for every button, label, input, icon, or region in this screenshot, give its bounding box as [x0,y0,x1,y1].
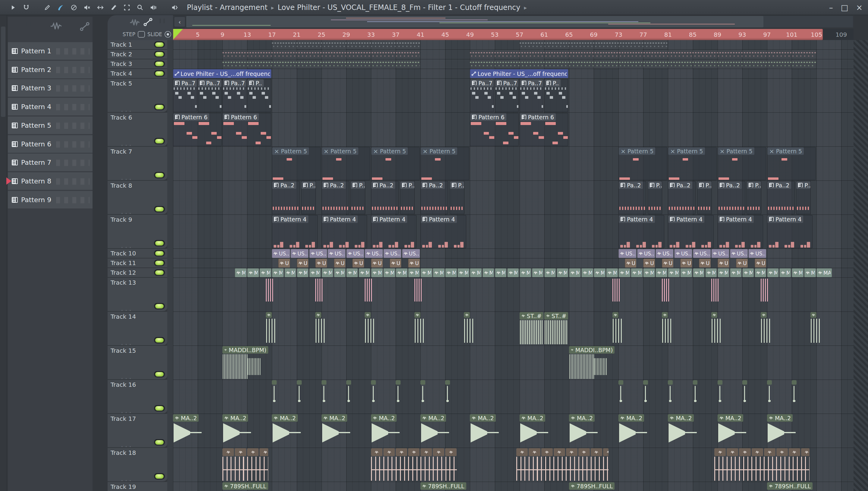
playlist-clip[interactable]: MA..2 [272,414,302,447]
playlist-clip[interactable]: Pa..7 [173,79,197,112]
playlist-clip[interactable]: MADD [557,268,568,277]
playlist-clip[interactable] [315,278,323,311]
playlist-clip[interactable]: MADD [247,268,259,277]
playlist-clip[interactable] [662,312,672,345]
playlist-clip[interactable] [516,448,608,481]
slide-radio[interactable] [165,31,171,38]
playlist-clip[interactable]: MADD [420,268,432,277]
pattern-item[interactable]: Pattern 1 [8,42,92,60]
track-header[interactable]: Track 6... [108,113,167,147]
playlist-clip[interactable]: Pa..2 [371,181,399,214]
playlist-clip[interactable] [761,312,771,345]
playlist-clip[interactable]: MADD [594,268,606,277]
audio-clips-tab-icon[interactable] [129,19,140,27]
playlist-clip[interactable] [272,40,420,49]
track-mute-led[interactable] [154,269,165,276]
playlist-clip[interactable]: Pa..2 [321,181,349,214]
track-mute-led[interactable] [154,250,165,257]
playlist-clip[interactable]: Pattern 4 [718,215,763,248]
playlist-clip[interactable]: P.. [400,181,415,214]
track-options-dots[interactable]: ... [121,141,133,145]
zoom-icon[interactable] [135,2,145,13]
track-header[interactable]: Track 11 [108,258,167,268]
playlist-clip[interactable]: MADD [259,268,271,277]
track-header[interactable]: Track 14... [108,312,167,346]
playlist-clip[interactable] [396,380,400,413]
playlist-clip[interactable]: MADD [643,268,655,277]
playlist-clip[interactable]: Pattern 4 [272,215,317,248]
playlist-clip[interactable]: MADD [457,268,469,277]
playlist-clip[interactable] [711,312,722,345]
playlist-clip[interactable]: ×Pattern 5 [718,147,766,180]
playlist-clip[interactable]: MA..2 [618,414,649,447]
playlist-clip[interactable]: Pa..7 [495,79,519,112]
playlist-clip[interactable]: MADDI..8 F [816,268,832,277]
stretch-icon[interactable] [95,2,106,13]
track-mute-led[interactable] [154,240,165,247]
playlist-clip[interactable]: P.. [697,181,712,214]
maximize-button[interactable]: □ [841,4,848,11]
playlist-lane[interactable] [173,278,853,312]
playlist-clip[interactable]: MADD [433,268,445,277]
track-mute-led[interactable] [154,260,165,266]
playlist-clip[interactable]: MA..2 [420,414,451,447]
playlist-clip[interactable]: P.. [796,181,811,214]
timeline-ruler[interactable]: 5913172125293337414549535761656973778185… [173,29,853,40]
pattern-item[interactable]: Pattern 4 [8,98,92,115]
playlist-clip[interactable]: U.. [662,259,674,267]
playlist-lane[interactable] [173,258,853,268]
track-header[interactable]: Track 8... [108,181,167,215]
playlist-clip[interactable]: US.._E [402,249,420,258]
playlist-clip[interactable]: US.._E [328,249,345,258]
playlist-clip[interactable]: MADD [520,268,531,277]
playlist-clip[interactable]: US.._E [693,249,711,258]
playlist-clip[interactable]: MADD [544,268,556,277]
playlist-clip[interactable]: Pa..7 [198,79,222,112]
playlist-clip[interactable]: ×Pattern 5 [420,147,469,180]
playlist-clip[interactable]: Pa..7 [470,79,494,112]
playlist-clip[interactable]: 789SH..FULL [222,482,268,491]
track-options-dots[interactable]: ... [121,243,133,248]
playlist-clip[interactable]: US.._E [618,249,636,258]
track-header[interactable]: Track 12 [108,268,167,278]
playlist-clip[interactable]: US.._E [748,249,766,258]
step-checkbox[interactable] [138,31,145,38]
track-options-dots[interactable]: ... [121,408,133,413]
playlist-clip[interactable] [612,278,620,311]
left-scrollbar-thumb[interactable] [1,27,5,117]
pattern-item[interactable]: Pattern 9 [8,191,92,208]
playlist-clip[interactable]: P.. [648,181,663,214]
playlist-clip[interactable]: ×Pattern 5 [371,147,420,180]
playlist-clip[interactable] [445,380,450,413]
automation-clips-tab-icon[interactable] [143,18,153,27]
playlist-clip[interactable] [714,448,810,481]
track-header[interactable]: Track 16... [108,380,167,414]
playlist-clip[interactable] [742,380,747,413]
playlist-clip[interactable] [222,50,420,59]
playlist-clip[interactable]: P.. [544,79,568,112]
pattern-item[interactable]: Pattern 6 [8,135,92,153]
track-header[interactable]: Track 17... [108,414,167,448]
track-options-dots[interactable]: ... [121,306,133,311]
pattern-item[interactable]: Pattern 5 [8,117,92,134]
track-header[interactable]: Track 3 [108,59,167,69]
playlist-clip[interactable]: Pattern 6 [520,113,568,146]
playlist-clip[interactable]: Pattern 4 [371,215,417,248]
playlist-clip[interactable]: Pa..7 [520,79,544,112]
playlist-clip[interactable]: MADD [235,268,247,277]
playlist-clip[interactable]: ST..# [520,312,544,345]
playlist-clip[interactable]: MADD [581,268,593,277]
track-header[interactable]: Track 2 [108,50,167,59]
playlist-clip[interactable]: ×Pattern 5 [767,147,816,180]
playlist-clip[interactable] [420,380,425,413]
marquee-select-icon[interactable] [122,2,132,13]
playlist-clip[interactable]: Pa..2 [618,181,646,214]
playlist-clip[interactable]: US.._E [674,249,692,258]
playlist-clip[interactable]: MADD [569,268,581,277]
track-mute-led[interactable] [154,405,165,411]
playlist-clip[interactable]: MADD [359,268,370,277]
playlist-clip[interactable]: MADD [321,268,333,277]
playlist-clip[interactable] [346,380,351,413]
track-mute-led[interactable] [154,473,165,480]
track-mute-led[interactable] [154,51,165,58]
